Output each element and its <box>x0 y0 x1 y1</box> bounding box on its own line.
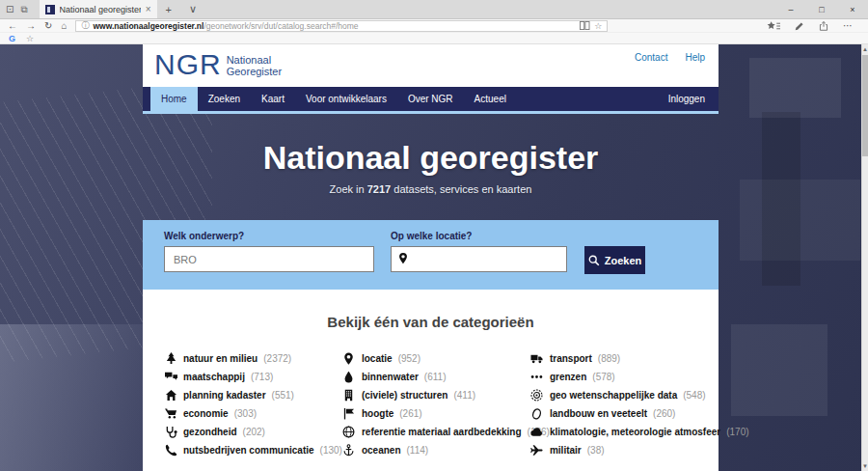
contact-link[interactable]: Contact <box>635 52 667 63</box>
reading-view-icon[interactable] <box>580 21 590 30</box>
nav-item-home[interactable]: Home <box>150 87 198 111</box>
anchor-icon <box>342 444 356 457</box>
category-count: (889) <box>598 353 620 364</box>
nav-item-kaart[interactable]: Kaart <box>251 87 295 111</box>
forward-button[interactable]: → <box>26 20 36 32</box>
category-binnenwater[interactable]: binnenwater (611) <box>342 368 530 386</box>
url-domain: www.nationaalgeoregister.nl <box>93 21 203 31</box>
house-icon <box>164 389 177 402</box>
scroll-down-icon[interactable]: ▼ <box>862 461 868 471</box>
refresh-button[interactable]: ↻ <box>44 20 52 32</box>
nav-item-actueel[interactable]: Actueel <box>464 87 517 111</box>
favorite-star-icon[interactable]: ☆ <box>26 34 34 43</box>
search-icon <box>588 255 600 266</box>
logo-acronym: NGR <box>154 48 222 81</box>
browser-favorites-bar: G ☆ <box>0 33 868 44</box>
browser-address-bar: ← → ↻ ⌂ ⓘ www.nationaalgeoregister.nl/ge… <box>0 19 868 33</box>
help-link[interactable]: Help <box>685 52 705 63</box>
category-militair[interactable]: militair (38) <box>530 441 749 459</box>
browser-tab[interactable]: Nationaal georegister - × <box>40 0 157 18</box>
web-note-pen-icon[interactable] <box>795 21 804 31</box>
site-info-icon[interactable]: ⓘ <box>81 21 89 31</box>
categories-grid: natuur en milieu (2372)maatschappij (713… <box>143 349 719 459</box>
location-label: Op welke locatie? <box>391 231 472 241</box>
scrollbar-thumb[interactable] <box>862 55 868 156</box>
tab-close-icon[interactable]: × <box>146 4 151 14</box>
set-tabs-aside-icon[interactable]: ⊡ <box>6 4 14 14</box>
category-label: economie <box>183 408 229 419</box>
ngr-logo[interactable]: NGR Nationaal Georegister <box>154 48 282 81</box>
url-input[interactable]: ⓘ www.nationaalgeoregister.nl/geonetwork… <box>75 20 608 32</box>
location-search-input[interactable] <box>413 253 560 266</box>
favorites-hub-icon[interactable] <box>767 21 780 31</box>
category-gezondheid[interactable]: gezondheid (202) <box>164 423 342 441</box>
category-planning-kadaster[interactable]: planning kadaster (551) <box>164 386 342 404</box>
page-scrollbar[interactable]: ▲ ▼ <box>861 44 868 471</box>
category-label: nutsbedrijven communicatie <box>183 445 314 456</box>
category-transport[interactable]: transport (889) <box>530 349 749 368</box>
tab-list-chevron-icon[interactable]: ∨ <box>180 0 205 18</box>
nav-item-zoeken[interactable]: Zoeken <box>198 87 251 111</box>
background-building <box>749 58 841 118</box>
main-navigation: HomeZoekenKaartVoor ontwikkelaarsOver NG… <box>143 87 719 114</box>
category-label: gezondheid <box>183 427 237 437</box>
site-favicon-icon <box>45 5 55 14</box>
header-links: Contact Help <box>635 52 705 63</box>
nav-item-inloggen[interactable]: Inloggen <box>655 87 719 111</box>
location-pin-icon <box>397 251 409 268</box>
new-tab-button[interactable]: + <box>157 0 180 18</box>
categories-column-1: natuur en milieu (2372)maatschappij (713… <box>164 349 342 459</box>
truck-icon <box>530 352 544 365</box>
category-hoogte[interactable]: hoogte (261) <box>342 404 530 423</box>
category-label: militair <box>550 445 582 456</box>
category-label: klimatologie, meteorologie atmosfeer <box>550 427 720 437</box>
categories-column-2: locatie (952)binnenwater (611)(civiele) … <box>342 349 530 459</box>
logo-name: Nationaal Georegister <box>227 54 282 81</box>
scroll-up-icon[interactable]: ▲ <box>862 44 868 54</box>
category-natuur-en-milieu[interactable]: natuur en milieu (2372) <box>164 349 342 368</box>
category-economie[interactable]: economie (303) <box>164 404 342 423</box>
building-icon <box>342 389 356 402</box>
stethoscope-icon <box>164 426 177 438</box>
share-icon[interactable] <box>819 21 828 31</box>
category-oceanen[interactable]: oceanen (114) <box>342 441 530 459</box>
category-label: landbouw en veeteelt <box>550 408 647 419</box>
add-favorite-star-icon[interactable]: ☆ <box>594 21 602 31</box>
category-count: (952) <box>398 353 420 364</box>
cart-icon <box>164 407 177 420</box>
tab-strip-spacer <box>205 0 775 18</box>
category-civiele-structuren[interactable]: (civiele) structuren (411) <box>342 386 530 404</box>
category-landbouw-en-veeteelt[interactable]: landbouw en veeteelt (260) <box>530 404 749 423</box>
pin-icon <box>342 352 356 365</box>
url-text: www.nationaalgeoregister.nl/geonetwork/s… <box>93 21 576 31</box>
category-count: (2372) <box>263 353 291 364</box>
nav-item-voor-ontwikkelaars[interactable]: Voor ontwikkelaars <box>295 87 397 111</box>
background-road <box>0 324 149 471</box>
window-minimize-button[interactable]: – <box>775 0 806 18</box>
category-geo-wetenschappelijke-data[interactable]: geo wetenschappelijke data (548) <box>530 386 749 404</box>
location-search-field[interactable] <box>391 246 567 272</box>
hero-section: Nationaal georegister Zoek in 7217 datas… <box>143 114 719 220</box>
category-maatschappij[interactable]: maatschappij (713) <box>164 368 342 386</box>
category-label: oceanen <box>362 445 401 456</box>
category-grenzen[interactable]: grenzen (578) <box>530 368 749 386</box>
more-options-icon[interactable]: ⋯ <box>843 20 853 31</box>
home-button[interactable]: ⌂ <box>61 20 67 32</box>
page-viewport: NGR Nationaal Georegister Contact Help H… <box>0 44 868 471</box>
category-label: grenzen <box>550 372 586 382</box>
plane-icon <box>530 444 544 457</box>
back-button[interactable]: ← <box>8 20 17 32</box>
search-button[interactable]: Zoeken <box>584 246 645 274</box>
window-maximize-button[interactable]: □ <box>806 0 837 18</box>
window-close-button[interactable]: × <box>837 0 868 18</box>
category-nutsbedrijven-communicatie[interactable]: nutsbedrijven communicatie (130) <box>164 441 342 459</box>
topic-search-input[interactable] <box>164 246 374 272</box>
category-count: (548) <box>683 390 705 401</box>
category-klimatologie-meteorologie-atmosfeer[interactable]: klimatologie, meteorologie atmosfeer (17… <box>530 423 749 441</box>
category-referentie-materiaal-aardbedekking[interactable]: referentie materiaal aardbedekking (186) <box>342 423 530 441</box>
nav-item-over-ngr[interactable]: Over NGR <box>397 87 464 111</box>
google-favorite-icon[interactable]: G <box>9 34 15 43</box>
category-locatie[interactable]: locatie (952) <box>342 349 530 368</box>
tab-preview-icon[interactable]: ⧉ <box>20 4 27 15</box>
category-count: (260) <box>653 408 675 419</box>
